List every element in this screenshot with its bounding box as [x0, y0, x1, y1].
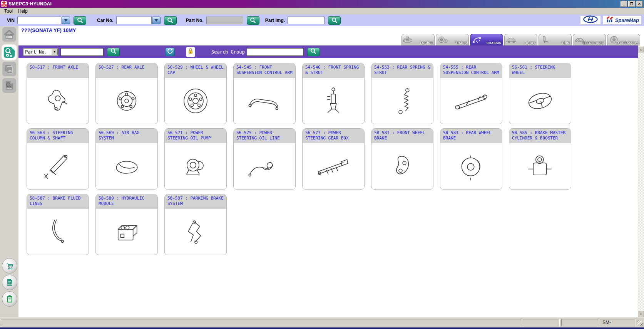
- part-card[interactable]: 58-583 : REAR WHEEL BRAKE: [440, 128, 502, 190]
- part-card-title: 54-545 : FRONT SUSPENSION CONTROL ARM: [234, 63, 295, 78]
- part-card-title: 54-546 : FRONT SPRING & STRUT: [303, 63, 364, 78]
- sidebar-item-documents[interactable]: [2, 62, 16, 76]
- vin-search-button[interactable]: [74, 16, 86, 25]
- menu-tool[interactable]: Tool: [2, 8, 15, 14]
- sparemap-logo: SpareMap: [603, 15, 642, 25]
- body-icon: [506, 35, 517, 46]
- parts-search-icon: [3, 46, 15, 59]
- car-no-dropdown-button[interactable]: [152, 17, 161, 24]
- part-no-input: [206, 17, 243, 24]
- part-card-title: 50-517 : FRONT AXLE: [27, 63, 89, 78]
- sidebar-item-part-search[interactable]: PART: [2, 78, 16, 93]
- part-card[interactable]: 56-561 : STEERING WHEEL: [509, 63, 571, 124]
- vin-dropdown-button[interactable]: [62, 17, 70, 24]
- part-card[interactable]: 56-563 : STEERING COLUMN & SHAFT: [27, 128, 89, 190]
- front-axle-drawing-icon: [38, 86, 77, 116]
- part-card[interactable]: 56-575 : POWER STEERING OIL LINE: [233, 128, 296, 190]
- toolbar-fields: VINCar No.Part No.Part Img.: [0, 16, 341, 25]
- search-keyword-input[interactable]: [60, 48, 104, 56]
- part-card-title: 56-577 : POWER STEERING GEAR BOX: [303, 129, 364, 143]
- search-icon: [310, 48, 317, 56]
- part-card-image: [96, 78, 157, 124]
- tab-accessory[interactable]: ACCESSORY: [607, 34, 640, 45]
- tab-body[interactable]: BODY: [504, 34, 537, 45]
- ps-pump-drawing-icon: [176, 151, 215, 181]
- part-card-title: 56-561 : STEERING WHEEL: [509, 63, 571, 78]
- scroll-down-button[interactable]: ▼: [638, 311, 644, 317]
- top-toolbar: VINCar No.Part No.Part Img. SpareMap: [0, 14, 644, 26]
- part-no-search-button[interactable]: [247, 16, 259, 25]
- part-card[interactable]: 58-585 : BRAKE MASTER CYLINDER & BOOSTER: [509, 128, 571, 190]
- sidebar-item-cart[interactable]: [2, 258, 17, 274]
- part-card-image: [303, 78, 364, 124]
- part-card-image: [440, 78, 502, 124]
- search-group-input[interactable]: [247, 48, 304, 56]
- menu-help[interactable]: Help: [15, 8, 30, 14]
- search-icon: [331, 17, 338, 24]
- tab-label: TRIM: [562, 41, 570, 45]
- part-card[interactable]: 58-587 : BRAKE FLUID LINES: [27, 194, 89, 255]
- tab-label: ELECTRONIC: [582, 41, 604, 45]
- part-card[interactable]: 54-546 : FRONT SPRING & STRUT: [302, 63, 365, 124]
- part-card-title: 54-553 : REAR SPRING & STRUT: [371, 63, 433, 78]
- status-cell-1: [1, 319, 521, 326]
- scroll-up-button[interactable]: ▲: [638, 46, 644, 52]
- epc-app-icon: EPC: [1, 1, 7, 7]
- part-card[interactable]: 58-589 : HYDRAULIC MODULE: [95, 194, 158, 255]
- ps-line-drawing-icon: [245, 151, 284, 181]
- car-no-input[interactable]: [116, 17, 152, 24]
- select-dropdown-icon[interactable]: ▼: [51, 49, 58, 55]
- part-card-image: [96, 209, 157, 255]
- parts-grid: 50-517 : FRONT AXLE50-527 : REAR AXLE50-…: [27, 63, 585, 255]
- tab-chassis[interactable]: CHASSIS: [470, 34, 503, 45]
- search-keyword-button[interactable]: [107, 48, 120, 56]
- part-card[interactable]: 54-555 : REAR SUSPENSION CONTROL ARM: [440, 63, 502, 124]
- home-icon: HOME: [3, 28, 15, 40]
- steering-wheel-drawing-icon: [521, 86, 559, 116]
- car-no-search-button[interactable]: [164, 16, 177, 25]
- window-minimize-button[interactable]: _: [621, 1, 627, 7]
- part-card-image: [165, 209, 226, 255]
- tab-trim[interactable]: TRIM: [539, 34, 572, 45]
- field-group-car-no: Car No.: [97, 16, 177, 25]
- search-category-select[interactable]: Part No. ▼: [23, 48, 59, 56]
- airbag-drawing-icon: [107, 151, 146, 181]
- scrollbar-track[interactable]: [638, 52, 644, 311]
- sidebar: HOMEPART CODE: [0, 26, 18, 317]
- part-card[interactable]: 50-529 : WHEEL & WHEEL CAP: [164, 63, 227, 124]
- window-maximize-button[interactable]: ❐: [628, 1, 635, 7]
- sidebar-item-home[interactable]: HOME: [2, 27, 16, 42]
- part-card[interactable]: 50-517 : FRONT AXLE: [27, 63, 89, 124]
- sidebar-item-code[interactable]: CODE: [2, 275, 17, 290]
- resize-grip[interactable]: [637, 321, 643, 326]
- part-card[interactable]: 54-553 : REAR SPRING & STRUT: [371, 63, 433, 124]
- status-bar: SM-: [0, 317, 644, 327]
- part-card[interactable]: 58-597 : PARKING BRAKE SYSTEM: [164, 194, 227, 255]
- documents-icon: [3, 63, 15, 75]
- part-img-search-button[interactable]: [328, 16, 341, 25]
- vertical-scrollbar[interactable]: ▲ ▼: [638, 46, 644, 317]
- search-group-button[interactable]: [307, 48, 320, 56]
- window-close-button[interactable]: ✕: [636, 1, 643, 7]
- part-card[interactable]: 58-581 : FRONT WHEEL BRAKE: [371, 128, 433, 190]
- part-card[interactable]: 50-527 : REAR AXLE: [95, 63, 158, 124]
- search-icon: [77, 17, 84, 24]
- part-card[interactable]: 56-571 : POWER STEERING OIL PUMP: [164, 128, 227, 190]
- sidebar-item-list[interactable]: [2, 291, 17, 307]
- tab-trans[interactable]: TRANS: [436, 34, 469, 45]
- sidebar-item-parts-catalog[interactable]: [2, 45, 16, 60]
- tab-electronic[interactable]: ELECTRONIC: [573, 34, 606, 45]
- part-card-image: [96, 143, 157, 189]
- tab-label: ACCESSORY: [617, 41, 638, 45]
- vin-input[interactable]: [17, 17, 61, 24]
- sparemap-logo-text: SpareMap: [615, 17, 639, 23]
- part-card-title: 58-585 : BRAKE MASTER CYLINDER & BOOSTER: [509, 129, 571, 143]
- tab-engine[interactable]: ENGINE: [401, 34, 435, 45]
- search-category-value: Part No.: [25, 49, 47, 55]
- refresh-button[interactable]: [165, 48, 175, 56]
- part-card[interactable]: 54-545 : FRONT SUSPENSION CONTROL ARM: [233, 63, 296, 124]
- search-bar: Part No. ▼ Search Group: [18, 45, 638, 58]
- part-card[interactable]: 56-577 : POWER STEERING GEAR BOX: [302, 128, 365, 190]
- part-card[interactable]: 56-569 : AIR BAG SYSTEM: [95, 128, 158, 190]
- part-img-input[interactable]: [288, 17, 325, 24]
